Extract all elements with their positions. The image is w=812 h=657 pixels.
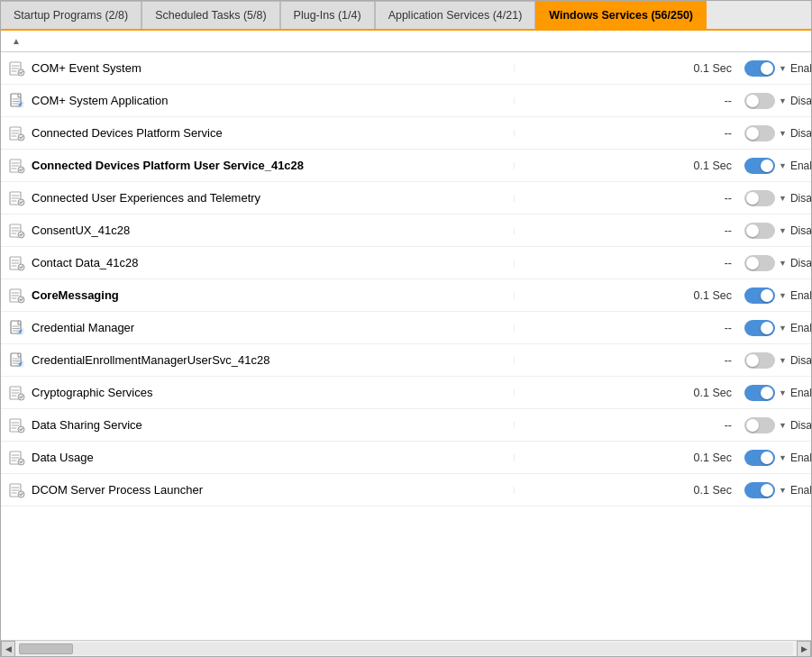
status-dropdown-arrow[interactable]: ▼ [779,486,787,495]
service-name: Contact Data_41c28 [32,256,139,269]
cell-usefulness [514,422,658,429]
status-dropdown-arrow[interactable]: ▼ [779,161,787,170]
status-dropdown-arrow[interactable]: ▼ [779,356,787,365]
service-toggle[interactable] [744,93,775,109]
toggle-knob [761,484,773,497]
cell-status: ▼Disa [739,219,811,242]
service-name: CredentialEnrollmentManagerUserSvc_41c28 [32,353,269,367]
status-text: Disa [790,354,811,367]
table-row[interactable]: Connected Devices Platform User Service_… [1,150,811,182]
service-toggle[interactable] [744,190,775,206]
cell-name: COM+ Event System [1,56,514,81]
service-name: Data Sharing Service [32,418,142,432]
status-dropdown-arrow[interactable]: ▼ [779,324,787,333]
service-name: CoreMessaging [32,288,119,302]
status-text: Disa [790,257,811,269]
status-text: Disa [790,419,811,432]
cell-loadtime: 0.1 Sec [658,484,739,497]
tab-plugins[interactable]: Plug-Ins (1/4) [280,1,375,29]
scroll-left-button[interactable]: ◀ [1,641,15,657]
tab-startup[interactable]: Startup Programs (2/8) [1,1,141,29]
service-shield-icon [8,384,26,402]
service-toggle[interactable] [744,450,775,466]
cell-status: ▼Enal [739,154,811,178]
status-dropdown-arrow[interactable]: ▼ [779,421,787,430]
table-row[interactable]: ConsentUX_41c28--▼Disa [1,214,811,247]
cell-name: ConsentUX_41c28 [1,218,514,243]
table-row[interactable]: DCOM Server Process Launcher0.1 Sec▼Enal [1,474,811,506]
service-shield-icon [8,189,26,207]
service-shield-icon [8,157,26,175]
col-name-header[interactable]: ▲ [1,36,499,46]
cell-name: CoreMessaging [1,283,514,308]
table-row[interactable]: Cryptographic Services0.1 Sec▼Enal [1,377,811,409]
toggle-knob [746,419,759,432]
service-page-icon [8,319,26,337]
status-text: Enal [790,387,811,399]
status-text: Enal [790,289,811,302]
status-dropdown-arrow[interactable]: ▼ [779,194,787,203]
table-row[interactable]: CredentialEnrollmentManagerUserSvc_41c28… [1,344,811,377]
cell-loadtime: 0.1 Sec [658,160,739,172]
status-dropdown-arrow[interactable]: ▼ [779,291,787,300]
status-dropdown-arrow[interactable]: ▼ [779,226,787,235]
cell-loadtime: 0.1 Sec [658,62,739,75]
table-row[interactable]: Connected Devices Platform Service--▼Dis… [1,117,811,150]
status-dropdown-arrow[interactable]: ▼ [779,96,787,105]
service-toggle[interactable] [744,417,775,433]
table-row[interactable]: Data Usage0.1 Sec▼Enal [1,442,811,474]
cell-loadtime: 0.1 Sec [658,387,739,399]
cell-usefulness [514,195,658,202]
service-name: COM+ System Application [32,94,168,107]
status-dropdown-arrow[interactable]: ▼ [779,453,787,462]
table-row[interactable]: Credential Manager--▼Enal [1,312,811,344]
service-name: COM+ Event System [32,61,141,75]
service-toggle[interactable] [744,60,775,77]
cell-loadtime: -- [658,419,739,432]
cell-name: Cryptographic Services [1,380,514,406]
cell-usefulness [514,324,658,332]
service-toggle[interactable] [744,255,775,271]
service-toggle[interactable] [744,320,775,336]
service-name: Connected User Experiences and Telemetry [32,191,260,205]
status-dropdown-arrow[interactable]: ▼ [779,259,787,268]
status-dropdown-arrow[interactable]: ▼ [779,388,787,397]
cell-usefulness [514,130,658,137]
tab-win-services[interactable]: Windows Services (56/250) [535,1,707,29]
cell-name: Contact Data_41c28 [1,251,514,276]
cell-status: ▼Enal [739,479,811,502]
status-dropdown-arrow[interactable]: ▼ [779,64,787,73]
service-toggle[interactable] [744,158,775,174]
table-row[interactable]: Data Sharing Service--▼Disa [1,409,811,442]
cell-usefulness [514,65,658,72]
cell-name: Credential Manager [1,315,514,341]
status-text: Enal [790,62,811,75]
cell-status: ▼Enal [739,316,811,340]
service-toggle[interactable] [744,223,775,239]
sort-arrow-icon: ▲ [12,36,21,46]
status-text: Enal [790,160,811,172]
cell-name: Data Usage [1,445,514,470]
service-page-icon [8,92,26,110]
scrollbar-track[interactable] [19,643,793,655]
service-toggle[interactable] [744,287,775,304]
service-shield-icon [8,59,26,78]
table-row[interactable]: Contact Data_41c28--▼Disa [1,247,811,279]
table-row[interactable]: COM+ Event System0.1 Sec▼Enal [1,52,811,85]
tab-scheduled[interactable]: Scheduled Tasks (5/8) [141,1,279,29]
status-text: Enal [790,452,811,464]
service-name: DCOM Server Process Launcher [32,483,203,497]
service-toggle[interactable] [744,352,775,369]
table-body[interactable]: COM+ Event System0.1 Sec▼Enal COM+ Syste… [1,52,811,640]
cell-loadtime: -- [658,322,739,334]
table-row[interactable]: Connected User Experiences and Telemetry… [1,182,811,214]
scroll-right-button[interactable]: ▶ [797,641,811,657]
table-row[interactable]: CoreMessaging0.1 Sec▼Enal [1,279,811,312]
service-toggle[interactable] [744,125,775,141]
scrollbar-thumb[interactable] [19,643,73,654]
status-dropdown-arrow[interactable]: ▼ [779,129,787,138]
tab-app-services[interactable]: Application Services (4/21) [375,1,536,29]
service-toggle[interactable] [744,482,775,498]
table-row[interactable]: COM+ System Application--▼Disa [1,85,811,117]
service-toggle[interactable] [744,385,775,401]
